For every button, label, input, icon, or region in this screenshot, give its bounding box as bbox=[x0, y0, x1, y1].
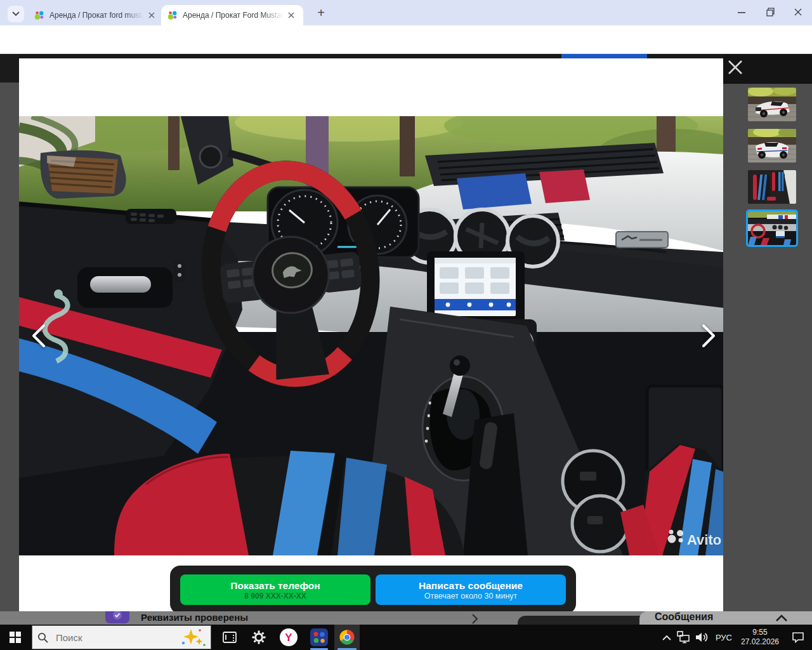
minimize-button[interactable] bbox=[727, 0, 756, 23]
reply-time-text: Отвечает около 30 минут bbox=[424, 592, 518, 600]
speaker-icon bbox=[695, 632, 709, 643]
tab-title: Аренда / Прокат ford mustang bbox=[49, 11, 143, 20]
windows-taskbar: Y РУС bbox=[0, 625, 812, 650]
thumbnail-interior-dashboard-selected[interactable] bbox=[748, 211, 796, 245]
check-icon bbox=[112, 611, 122, 620]
mustang-interior-photo: Avito bbox=[19, 116, 723, 555]
verified-text: Реквизиты проверены bbox=[141, 612, 248, 623]
door-mirror bbox=[41, 150, 126, 199]
phone-masked-number: 8 909 XXX-XX-XX bbox=[244, 592, 306, 600]
chrome-icon bbox=[338, 628, 356, 646]
gallery-next-button[interactable] bbox=[695, 322, 723, 350]
task-view-icon bbox=[222, 630, 237, 644]
avito-favicon bbox=[34, 10, 44, 20]
thumb-front-image bbox=[748, 88, 796, 121]
search-highlights-sparkle-icon bbox=[180, 628, 206, 647]
network-ethernet-icon bbox=[677, 631, 691, 644]
thumbnail-interior-seats[interactable] bbox=[748, 170, 796, 204]
task-view-button[interactable] bbox=[215, 625, 244, 650]
tray-expand-button[interactable] bbox=[658, 625, 675, 650]
show-phone-label: Показать телефон bbox=[230, 580, 320, 592]
overlay-left-top bbox=[0, 54, 19, 83]
messenger-title: Сообщения bbox=[655, 611, 713, 623]
svg-text:Y: Y bbox=[285, 632, 292, 644]
start-button[interactable] bbox=[0, 625, 30, 650]
door-handle bbox=[90, 276, 151, 293]
tab-title: Аренда / Прокат Ford Mustang bbox=[183, 11, 283, 20]
overlay-left bbox=[0, 83, 19, 611]
settings-button[interactable] bbox=[244, 625, 273, 650]
thumbnail-exterior-rear[interactable] bbox=[748, 129, 796, 162]
gallery-photo[interactable]: Avito bbox=[19, 116, 723, 555]
chrome-button-active[interactable] bbox=[334, 625, 360, 650]
gallery-close-button[interactable] bbox=[724, 56, 746, 78]
volume-tray-button[interactable] bbox=[693, 625, 712, 650]
thumb-seats-image bbox=[748, 170, 796, 204]
network-tray-button[interactable] bbox=[675, 625, 693, 650]
close-tab-icon[interactable] bbox=[288, 12, 294, 18]
gear-icon bbox=[251, 630, 266, 645]
thumb-dashboard-image bbox=[748, 211, 796, 245]
thumb-rear-image bbox=[748, 129, 796, 162]
door-vent-slats bbox=[126, 209, 176, 224]
write-message-label: Написать сообщение bbox=[419, 580, 523, 592]
clock-time: 9:55 bbox=[752, 628, 767, 637]
notification-icon bbox=[792, 632, 804, 643]
language-indicator[interactable]: РУС bbox=[712, 625, 736, 650]
chevron-down-icon bbox=[12, 11, 20, 17]
gallery-thumbnail-rail bbox=[723, 84, 812, 611]
windows-logo-icon bbox=[10, 632, 21, 643]
close-window-button[interactable] bbox=[785, 0, 812, 23]
gallery-prev-button[interactable] bbox=[24, 322, 52, 350]
tab-search-button[interactable] bbox=[8, 6, 24, 22]
taskbar-clock[interactable]: 9:55 27.02.2026 bbox=[736, 628, 784, 647]
hood-red-stripe bbox=[539, 169, 590, 203]
colorful-dots-app-icon bbox=[310, 628, 328, 646]
taskbar-search[interactable] bbox=[32, 625, 211, 649]
browser-toolbar: avito.ru/kaliningrad/predlozheniya_uslug… bbox=[0, 25, 812, 54]
watermark-text: Avito bbox=[687, 532, 721, 548]
colorful-dots-app-button[interactable] bbox=[304, 625, 334, 650]
chevron-up-icon bbox=[662, 635, 671, 640]
tab-inactive[interactable]: Аренда / Прокат ford mustang bbox=[28, 5, 161, 25]
dimmed-page-header-accent bbox=[561, 54, 647, 58]
browser-tab-strip: Аренда / Прокат ford mustang Аренда / Пр… bbox=[0, 0, 812, 25]
new-tab-button[interactable]: + bbox=[312, 4, 330, 22]
yandex-icon: Y bbox=[279, 628, 298, 647]
hood-blue-stripe bbox=[457, 173, 532, 209]
search-icon bbox=[37, 632, 48, 643]
restore-button[interactable] bbox=[756, 0, 785, 23]
chevron-right-icon bbox=[700, 323, 719, 348]
chevron-left-icon bbox=[29, 323, 48, 348]
yandex-browser-button[interactable]: Y bbox=[273, 625, 304, 650]
chevron-right-small-icon bbox=[472, 614, 478, 624]
tab-active[interactable]: Аренда / Прокат Ford Mustang bbox=[161, 5, 303, 25]
dimmed-page-header bbox=[0, 54, 812, 58]
close-icon bbox=[727, 59, 743, 76]
tweeter-speaker bbox=[200, 146, 221, 168]
verified-badge-icon bbox=[105, 611, 129, 623]
close-tab-icon[interactable] bbox=[148, 12, 155, 18]
search-input[interactable] bbox=[55, 632, 156, 644]
messenger-widget-header[interactable]: Сообщения bbox=[639, 611, 812, 625]
avito-favicon bbox=[167, 10, 178, 20]
chevron-up-icon[interactable] bbox=[775, 614, 788, 622]
clock-date: 27.02.2026 bbox=[741, 637, 779, 647]
show-phone-button[interactable]: Показать телефон 8 909 XXX-XX-XX bbox=[180, 574, 370, 605]
action-center-button[interactable] bbox=[784, 625, 812, 650]
desktop: Аренда / Прокат ford mustang Аренда / Пр… bbox=[0, 0, 812, 650]
dimmed-page-strip: Реквизиты проверены Сообщения bbox=[0, 611, 812, 625]
thumbnail-exterior-front[interactable] bbox=[748, 88, 796, 121]
contact-panel: Показать телефон 8 909 XXX-XX-XX Написат… bbox=[170, 566, 576, 614]
write-message-button[interactable]: Написать сообщение Отвечает около 30 мин… bbox=[376, 574, 566, 605]
